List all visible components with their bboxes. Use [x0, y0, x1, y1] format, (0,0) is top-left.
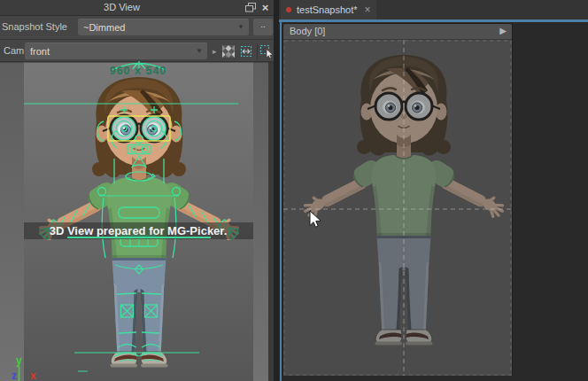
snapshot-view[interactable] [283, 40, 512, 376]
camera-value: front [25, 46, 191, 57]
panel-title: 3D View [0, 2, 244, 12]
camera-row: Cam front ▼ ▸ [0, 40, 274, 64]
focus-border-top [279, 19, 588, 22]
picker-tabbar: testSnapshot* × [279, 0, 588, 19]
selection-tool-icon[interactable] [259, 43, 275, 59]
overlay-message-text: 3D View prepared for MG-Picker. [50, 224, 228, 237]
application-window: 3D View × Snapshot Style ~Dimmed ▼ .. Ca… [0, 0, 588, 381]
more-options-button[interactable]: .. [253, 19, 273, 35]
checker-background-icon[interactable] [220, 43, 236, 59]
3d-viewport[interactable]: 960 x 540 3D View prepared for MG-Picker… [0, 61, 274, 381]
viewport-overlay-message: 3D View prepared for MG-Picker. [24, 222, 253, 239]
camera-dropdown[interactable]: front ▼ [25, 43, 207, 59]
axis-y-label: y [16, 354, 22, 367]
expand-right-icon[interactable]: ▶ [499, 26, 507, 35]
tab-testsnapshot[interactable]: testSnapshot* × [281, 0, 376, 19]
unsaved-indicator-dot [286, 7, 291, 12]
snapshot-style-label: Snapshot Style [2, 21, 67, 32]
axis-x-label: x [30, 369, 36, 381]
camera-label: Cam [4, 45, 24, 56]
resolution-gate-label: 960 x 540 [110, 65, 167, 77]
picker-panel: testSnapshot* × Body [0] ▶ [279, 0, 588, 381]
expander-icon[interactable]: ▸ [213, 47, 217, 56]
chevron-down-icon: ▼ [191, 47, 207, 55]
tab-label: testSnapshot* [297, 4, 358, 15]
axis-z-label: z [12, 369, 17, 381]
snapshot-style-value: ~Dimmed [78, 22, 233, 33]
close-panel-icon[interactable]: × [259, 2, 271, 13]
snapshot-style-dropdown[interactable]: ~Dimmed ▼ [78, 19, 249, 35]
body-picker-group: Body [0] ▶ [282, 23, 513, 376]
body-picker-header[interactable]: Body [0] ▶ [283, 24, 512, 40]
focus-border-left [280, 21, 282, 381]
restore-window-icon[interactable] [244, 2, 256, 13]
snapshot-style-row: Snapshot Style ~Dimmed ▼ .. [0, 16, 274, 40]
chevron-down-icon: ▼ [233, 23, 249, 31]
picker-header-label: Body [0] [290, 26, 325, 36]
resolution-gate-icon[interactable] [238, 43, 254, 59]
toolbar-separator [257, 43, 258, 59]
tab-close-icon[interactable]: × [363, 4, 371, 16]
3d-view-titlebar[interactable]: 3D View × [0, 0, 274, 16]
3d-view-panel: 3D View × Snapshot Style ~Dimmed ▼ .. Ca… [0, 0, 274, 381]
